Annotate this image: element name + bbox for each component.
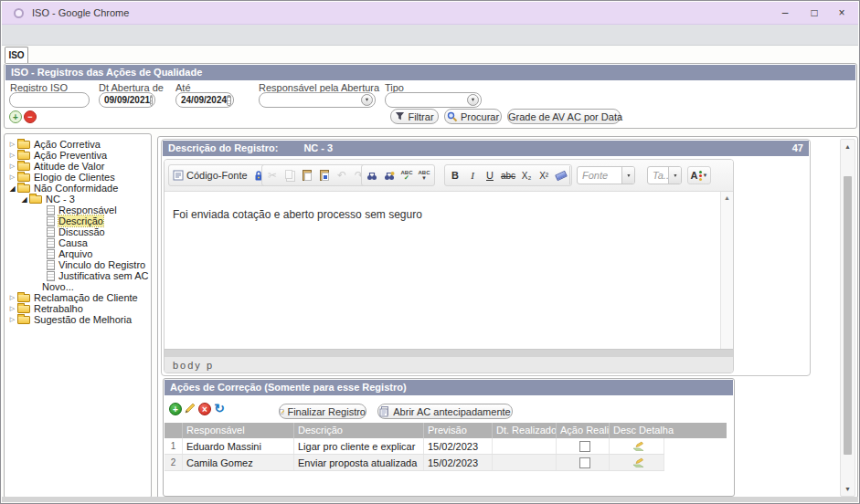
col-previsao: Previsão [424,423,493,438]
find-icon[interactable] [364,166,380,184]
text-color-button[interactable]: A [687,166,711,184]
chevron-right-icon[interactable] [7,141,17,148]
chevron-right-icon[interactable] [7,305,17,312]
tree-item-vinculo-do-registro[interactable]: Vinculo do Registro [5,259,151,270]
scrollbar-thumb[interactable] [844,176,852,455]
chevron-expanded-icon[interactable] [7,184,17,193]
editor-scrollbar[interactable] [720,192,733,349]
tree-item-justificativa-sem-ac[interactable]: Justificativa sem AC [5,270,151,281]
abrir-ac-label: Abrir AC antecipadamente [393,406,510,417]
cell-acao-realizada [557,438,610,454]
add-action-button[interactable] [169,403,182,415]
chevron-down-icon[interactable] [467,94,479,106]
chevron-down-icon[interactable] [668,167,681,184]
chevron-down-icon[interactable] [621,167,634,184]
table-row[interactable]: 1 Eduardo Massini Ligar pro cliente e ex… [165,438,664,455]
subscript-button[interactable]: X₂ [518,166,535,184]
cell-responsavel: Eduardo Massini [183,438,294,454]
tree-item-reclamacao-de-cliente[interactable]: Reclamação de Cliente [5,292,151,303]
tree-item-acao-preventiva[interactable]: Ação Preventiva [5,150,151,161]
tree-item-discussao[interactable]: Discussão [5,226,151,237]
grade-av-ac-button[interactable]: Grade de AV AC por Data [507,109,621,124]
element-path[interactable]: body p [173,360,214,371]
page-scrollbar[interactable] [840,139,855,497]
acao-realizada-checkbox[interactable] [579,441,590,452]
tree-item-nc-3[interactable]: NC - 3 [5,194,151,205]
tree-item-arquivo[interactable]: Arquivo [5,248,151,259]
tree-item-descricao[interactable]: Descrição [5,215,151,226]
underline-button[interactable]: U [482,166,498,184]
folder-icon [17,294,30,302]
maximize-button[interactable]: □ [800,2,829,25]
font-combo[interactable]: Fonte [577,166,635,184]
tree-item-label: Vinculo do Registro [58,259,145,270]
acao-realizada-checkbox[interactable] [579,457,590,468]
chevron-right-icon[interactable] [7,152,17,159]
filtrar-button[interactable]: Filtrar [390,109,439,124]
chevron-down-icon[interactable] [361,94,373,106]
editor-text[interactable]: Foi enviada cotação e aberto processo se… [173,208,422,221]
tree-item-responsavel[interactable]: Responsável [5,205,151,215]
responsavel-dropdown[interactable] [259,92,376,108]
tree-item-causa[interactable]: Causa [5,237,151,248]
replace-icon[interactable] [381,166,398,184]
bold-button[interactable]: B [447,166,463,184]
remove-format-button[interactable] [553,166,569,184]
tree-item-elogio-de-clientes[interactable]: Elogio de Clientes [5,172,151,183]
correction-actions-panel: Ações de Correção (Somente para esse Reg… [163,378,735,497]
tree-item-label: Causa [58,237,88,248]
chevron-right-icon[interactable] [7,173,17,181]
open-document-icon [379,406,390,417]
title-bar[interactable]: ISO - Google Chrome – □ × [2,2,858,25]
registro-iso-input[interactable] [10,93,89,107]
copy-icon[interactable] [281,166,298,184]
scroll-up-icon[interactable] [841,140,855,153]
tree-item-retrabalho[interactable]: Retrabalho [5,303,151,314]
abrir-ac-button[interactable]: Abrir AC antecipadamente [377,404,513,419]
paste-icon[interactable] [299,166,315,184]
minimize-button[interactable]: – [770,2,800,25]
superscript-button[interactable]: X² [536,166,552,184]
calendar-icon[interactable] [227,95,231,106]
tree-item-sugestao-de-melhoria[interactable]: Sugestão de Melhoria [5,314,151,325]
tree-item-acao-corretiva[interactable]: Ação Corretiva [5,139,151,150]
italic-button[interactable]: I [464,166,481,184]
dt-abertura-field[interactable]: 09/09/2021 [99,92,155,108]
cut-icon[interactable] [264,166,281,184]
finalizar-registro-button[interactable]: Finalizar Registro [279,404,366,419]
calendar-icon[interactable] [150,95,153,106]
source-code-button[interactable]: Código-Fonte [171,166,250,184]
remove-filter-button[interactable] [24,110,37,123]
spellcheck-icon[interactable]: ABC✓ [398,166,415,184]
close-button[interactable]: × [827,2,856,25]
undo-icon[interactable] [334,166,350,184]
size-combo[interactable]: Ta... [647,166,682,184]
paste-from-word-icon[interactable] [316,166,333,184]
table-row[interactable]: 2 Camila Gomez Enviar proposta atualizad… [165,455,664,471]
tab-iso[interactable]: ISO [5,47,28,63]
spellcheck-menu-icon[interactable]: ABC▼ [416,166,432,184]
strikethrough-button[interactable]: abc [499,166,517,184]
page-icon [47,216,55,226]
chevron-right-icon[interactable] [7,163,17,170]
tree-item-nao-conformidade[interactable]: Não Conformidade [5,183,151,194]
delete-action-button[interactable] [198,403,211,415]
detail-note-icon[interactable] [632,457,644,467]
add-filter-button[interactable] [9,110,22,123]
chevron-right-icon[interactable] [7,316,17,323]
scroll-down-icon[interactable] [841,482,855,496]
description-header: Descrição do Registro: NC - 3 47 [163,141,809,156]
tipo-dropdown[interactable] [385,92,482,108]
folder-icon [17,184,30,193]
tree-item-atitude-de-valor[interactable]: Atitude de Valor [5,161,151,172]
chevron-right-icon[interactable] [7,294,17,301]
tree-item-novo[interactable]: Novo... [5,281,151,292]
chevron-expanded-icon[interactable] [19,195,29,204]
editor-content[interactable]: Foi enviada cotação e aberto processo se… [165,192,733,349]
ate-field[interactable]: 24/09/2024 [175,92,234,108]
edit-action-button[interactable] [184,402,196,415]
procurar-button[interactable]: Procurar [444,109,502,124]
refresh-button[interactable] [213,402,226,415]
detail-note-icon[interactable] [632,441,644,451]
page-icon [47,260,55,270]
